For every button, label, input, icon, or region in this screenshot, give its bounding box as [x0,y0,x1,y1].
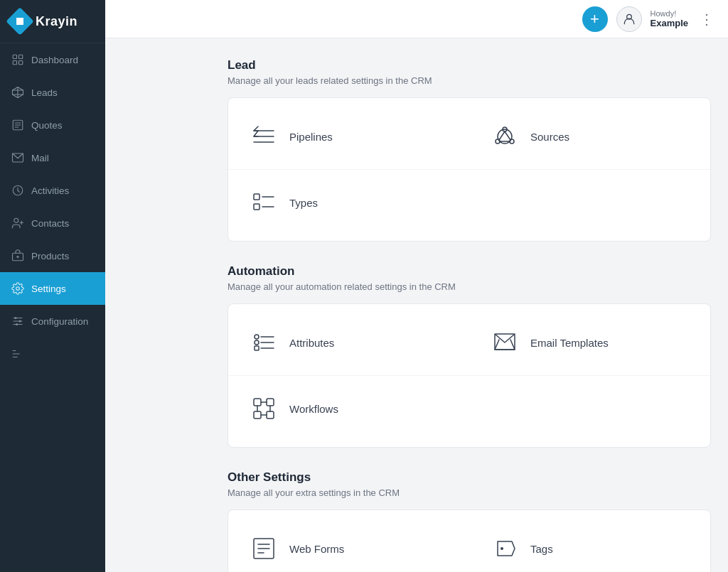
sidebar-item-leads[interactable]: Leads [0,76,105,109]
svg-rect-56 [267,411,274,419]
web-forms-icon [248,533,279,564]
sources-label: Sources [530,131,569,143]
svg-line-36 [499,131,505,140]
types-icon [248,187,279,218]
svg-rect-53 [254,399,261,406]
products-icon [11,249,24,262]
sidebar-label-mail: Mail [31,153,49,163]
sidebar-item-settings[interactable]: Settings [0,272,105,305]
other-settings-subtitle: Manage all your extra settings in the CR… [228,487,711,498]
contacts-icon [11,217,24,230]
activities-icon [11,184,24,197]
pipelines-label: Pipelines [289,131,333,143]
svg-point-22 [15,317,17,319]
username-text: Example [651,18,688,28]
attributes-icon [248,327,279,358]
sidebar-item-activities[interactable]: Activities [0,174,105,207]
other-settings-grid: Web Forms Tags [228,516,710,572]
configuration-icon [11,315,24,328]
attributes-label: Attributes [289,337,334,349]
tags-label: Tags [530,543,553,555]
main-content: Lead Manage all your leads related setti… [210,38,728,572]
quotes-icon [11,119,24,131]
dashboard-icon [11,53,24,66]
workflows-icon [248,393,279,424]
sidebar-item-reports[interactable] [0,338,105,370]
pipelines-item[interactable]: Pipelines [228,104,469,170]
svg-rect-41 [254,204,259,210]
tags-item[interactable]: Tags [469,516,710,572]
logo-area: Krayin [0,0,105,43]
topbar: + Howdy! Example ⋮ [105,0,728,38]
types-label: Types [289,197,318,209]
lead-card-grid: Pipelines Sources [228,104,710,235]
svg-rect-47 [255,346,259,350]
email-templates-label: Email Templates [530,337,609,349]
user-avatar[interactable] [616,6,642,32]
types-item[interactable]: Types [228,170,469,235]
pipeline-icon [248,121,279,152]
sidebar-item-dashboard[interactable]: Dashboard [0,43,105,76]
leads-icon [11,86,24,99]
web-forms-item[interactable]: Web Forms [228,516,469,572]
other-settings-card: Web Forms Tags [228,509,711,572]
sidebar-item-mail[interactable]: Mail [0,141,105,174]
svg-line-50 [495,340,499,350]
svg-point-23 [19,320,21,323]
other-settings-title: Other Settings [228,470,711,485]
svg-point-43 [255,335,259,339]
email-templates-item[interactable]: Email Templates [469,310,710,376]
sidebar-label-leads: Leads [31,87,58,98]
svg-rect-1 [19,55,23,58]
sidebar-item-configuration[interactable]: Configuration [0,305,105,338]
svg-point-65 [500,547,503,550]
logo-icon [6,7,34,36]
svg-rect-2 [13,61,16,65]
sidebar-label-products: Products [31,251,69,261]
sidebar-item-contacts[interactable]: Contacts [0,207,105,239]
workflows-label: Workflows [289,403,338,415]
lead-section-subtitle: Manage all your leads related settings i… [228,75,711,86]
web-forms-label: Web Forms [289,543,344,555]
sidebar: Krayin Dashboard Leads Quotes Mail Activ… [0,0,105,572]
sidebar-label-dashboard: Dashboard [31,55,78,65]
automation-section-card: Attributes Email Templates [228,303,711,448]
svg-line-37 [505,131,510,140]
sidebar-item-products[interactable]: Products [0,239,105,272]
automation-section-subtitle: Manage all your automation related setti… [228,281,711,292]
other-settings-section: Other Settings Manage all your extra set… [228,470,711,572]
automation-card-grid: Attributes Email Templates [228,310,710,441]
sidebar-label-contacts: Contacts [31,218,69,229]
attributes-item[interactable]: Attributes [228,310,469,376]
sidebar-item-quotes[interactable]: Quotes [0,109,105,141]
lead-section-card: Pipelines Sources [228,97,711,242]
sidebar-label-quotes: Quotes [31,120,63,131]
lead-section: Lead Manage all your leads related setti… [228,58,711,242]
svg-point-14 [14,218,18,222]
svg-rect-55 [254,411,261,419]
svg-point-45 [255,340,259,345]
svg-line-51 [510,340,515,350]
settings-icon [11,282,24,295]
howdy-text: Howdy! [651,9,677,18]
mail-icon [11,151,24,164]
reports-icon [11,347,24,360]
automation-section-title: Automation [228,264,711,279]
sources-item[interactable]: Sources [469,104,710,170]
svg-rect-39 [254,194,259,200]
svg-rect-54 [267,399,274,406]
add-button[interactable]: + [582,6,608,32]
tags-icon [489,533,520,564]
user-info: Howdy! Example [651,9,688,28]
svg-point-24 [16,323,18,325]
sidebar-label-configuration: Configuration [31,316,88,327]
more-options-button[interactable]: ⋮ [697,8,717,31]
svg-point-18 [16,287,20,291]
sidebar-label-settings: Settings [31,284,66,294]
workflows-item[interactable]: Workflows [228,376,469,441]
automation-section: Automation Manage all your automation re… [228,264,711,448]
svg-rect-3 [19,61,23,65]
sources-icon [489,121,520,152]
lead-section-title: Lead [228,58,711,72]
email-templates-icon [489,327,520,358]
